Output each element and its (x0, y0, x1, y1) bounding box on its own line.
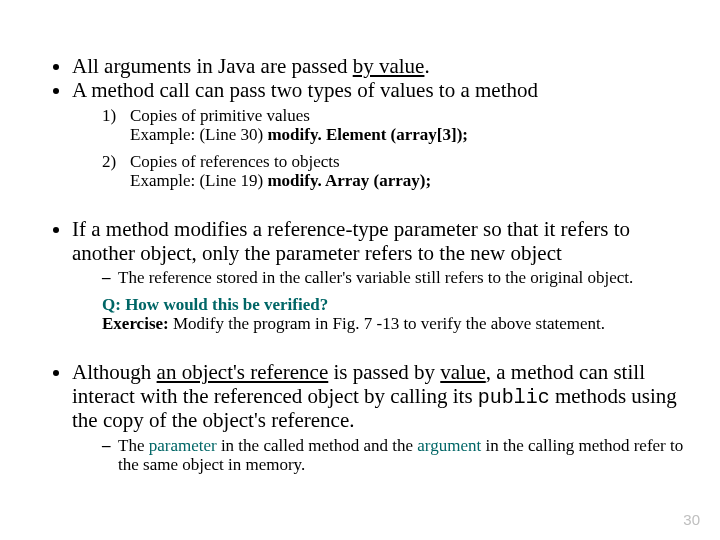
d2-param: parameter (149, 436, 217, 455)
num-1-line1: Copies of primitive values (130, 106, 310, 125)
num-1-label: 1) (102, 106, 130, 144)
b4-ref: an object's reference (157, 360, 329, 384)
b1-post: . (424, 54, 429, 78)
d2-arg: argument (417, 436, 481, 455)
q-label: Q: (102, 295, 125, 314)
numbered-list: 1) Copies of primitive values Example: (… (72, 106, 690, 190)
b4-mid1: is passed by (328, 360, 440, 384)
page-number: 30 (683, 511, 700, 528)
num-item-1: 1) Copies of primitive values Example: (… (102, 106, 690, 144)
num-1-ex-pre: Example: (Line 30) (130, 125, 267, 144)
main-list-3: Although an object's reference is passed… (30, 361, 690, 473)
num-2-body: Copies of references to objects Example:… (130, 152, 431, 190)
b1-byvalue: by value (353, 54, 425, 78)
slide: All arguments in Java are passed by valu… (0, 0, 720, 540)
bullet-4: Although an object's reference is passed… (72, 361, 690, 473)
num-2-ex-bold: modify. Array (array); (267, 171, 431, 190)
spacer-1 (30, 200, 690, 218)
d2-pre: The (118, 436, 149, 455)
q-text: How would this be verified? (125, 295, 328, 314)
b4-value: value (440, 360, 485, 384)
num-2-ex-pre: Example: (Line 19) (130, 171, 267, 190)
b4-public: public (478, 386, 550, 409)
ex-text: Modify the program in Fig. 7 -13 to veri… (173, 314, 605, 333)
num-2-line1: Copies of references to objects (130, 152, 340, 171)
b4-pre: Although (72, 360, 157, 384)
bullet-3: If a method modifies a reference-type pa… (72, 218, 690, 333)
spacer-2 (30, 343, 690, 361)
bullet-1: All arguments in Java are passed by valu… (72, 55, 690, 79)
dash-list-1: – The reference stored in the caller's v… (72, 268, 690, 287)
dash-1-text: The reference stored in the caller's var… (118, 268, 633, 287)
dash-1: – The reference stored in the caller's v… (102, 268, 690, 287)
ex-label: Exercise: (102, 314, 173, 333)
dash-2: – The parameter in the called method and… (102, 436, 690, 474)
b2-text: A method call can pass two types of valu… (72, 78, 538, 102)
dash-list-2: – The parameter in the called method and… (72, 436, 690, 474)
d2-mid1: in the called method and the (217, 436, 418, 455)
num-2-label: 2) (102, 152, 130, 190)
b1-pre: All arguments in Java are passed (72, 54, 353, 78)
b3-text: If a method modifies a reference-type pa… (72, 217, 630, 265)
bullet-2: A method call can pass two types of valu… (72, 79, 690, 191)
dash-2-mark: – (102, 436, 118, 474)
dash-1-mark: – (102, 268, 118, 287)
num-1-body: Copies of primitive values Example: (Lin… (130, 106, 468, 144)
main-list-2: If a method modifies a reference-type pa… (30, 218, 690, 333)
main-list: All arguments in Java are passed by valu… (30, 55, 690, 190)
q-block: Q: How would this be verified? Exercise:… (72, 295, 690, 333)
num-1-ex-bold: modify. Element (array[3]); (267, 125, 468, 144)
num-item-2: 2) Copies of references to objects Examp… (102, 152, 690, 190)
dash-2-body: The parameter in the called method and t… (118, 436, 690, 474)
